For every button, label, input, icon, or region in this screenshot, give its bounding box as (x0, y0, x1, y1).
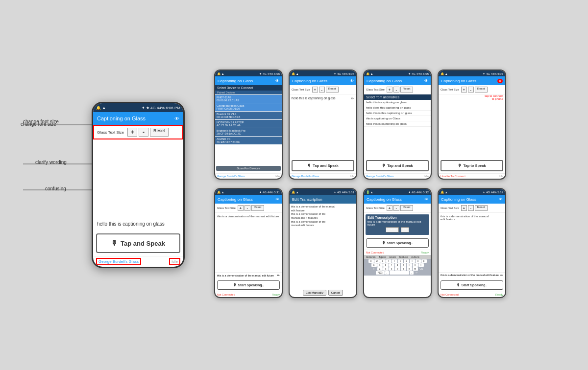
alt-4[interactable]: this is captioning on Glass (364, 116, 431, 121)
device-item-3[interactable]: BlueAnt D2 V1.100:1C:D8:5D:0A:1B (215, 112, 282, 119)
start-speaking-btn-1[interactable]: 🎙 Start Speaking.. (217, 280, 280, 290)
main-phone-screen: 🔔 ▲ ✦ ★ 4G 44% 6:06 PM Captioning on Gla… (93, 103, 183, 267)
minus-5[interactable]: - (245, 205, 250, 211)
phones-grid: 🔔 ▲ ✦ 4G 44% 6:06 Captioning on Glass 👁 … (214, 69, 506, 301)
alt-2[interactable]: hello does this captioning on glass (364, 105, 431, 111)
plus-3[interactable]: + (387, 87, 392, 92)
sb4: 🔔 ▲ ✦ 4G 44% 6:07 (439, 70, 505, 76)
speech-text-8: this is a demonstration of the manualedi… (439, 213, 505, 272)
tap-speak-label-2: Tap and Speak (313, 163, 338, 168)
sb7: 🔋 ▲ ✦ 4G 44% 5:32 (364, 189, 431, 195)
tap-to-connect-text: tap to connectto phone (439, 94, 505, 100)
pencil-8[interactable]: ✏ (500, 274, 503, 278)
plus-7[interactable]: + (387, 205, 392, 211)
phone-device-list: 🔔 ▲ ✦ 4G 44% 6:06 Captioning on Glass 👁 … (214, 69, 283, 180)
keyboard-area[interactable]: q w e r t y u i o p a s d (364, 259, 431, 276)
speech-footer-8: this is a demonstration of the manual ed… (439, 272, 505, 278)
reset-3[interactable]: Reset (400, 87, 413, 92)
reset-5[interactable]: Reset (251, 205, 264, 211)
speech-text-5: this is a demonstration of the manual ed… (215, 213, 282, 272)
ah8: Captioning on Glass 👁 (439, 195, 505, 204)
mic-icon-3: 🎙 (382, 163, 386, 168)
app-title-large: Captioning on Glass (97, 116, 146, 121)
sf8: Not Connected Ready (439, 292, 505, 297)
tap-to-speak-btn[interactable]: 🎙 Tap to Speak (441, 160, 503, 171)
sb6: 🔔 ▲ ✦ 4G 44% 5:31 (290, 189, 356, 195)
phone-tap-to-speak: 🔔 ▲ ✦ 4G 44% 6:07 Captioning on Glass ✕ … (438, 69, 506, 180)
tap-speak-btn-2[interactable]: 🎙 Tap and Speak (292, 160, 354, 171)
fc4: Glass Text Size + - Reset (439, 85, 505, 94)
phone-device-list-screen: 🔔 ▲ ✦ 4G 44% 6:06 Captioning on Glass 👁 … (215, 70, 282, 179)
speech-text-large: hello this is captioning on glass (93, 139, 183, 231)
device-item-5[interactable]: Brighton's MacBook Pro28:CF:E9:1A:DC:2C (215, 128, 282, 136)
alt-1[interactable]: hello this is captioning on glass (364, 100, 431, 105)
suggestions-row: textures figure soure feature culture (364, 255, 431, 259)
alternatives-list: hello this is captioning on glass hello … (364, 100, 431, 158)
annotation-change-font-size: change font size (21, 121, 56, 127)
scan-btn-area: Scan For Devices (215, 163, 282, 173)
edit-manually-btn[interactable]: Edit Manually (303, 290, 326, 296)
minus-8[interactable]: - (468, 205, 474, 211)
plus-btn-large[interactable]: + (127, 128, 137, 137)
phone-start-speaking-1-screen: 🔔 ▲ ✦ 4G 44% 5:31 Captioning on Glass 👁 … (215, 189, 282, 297)
mic-5: 🎙 (233, 283, 237, 287)
reset-8[interactable]: Reset (475, 205, 488, 211)
start-speaking-label-2: Start Speaking.. (462, 283, 488, 287)
pencil-5[interactable]: ✏ (277, 274, 280, 278)
alt-5[interactable]: hello this is captioning on gloss (364, 121, 431, 127)
phone-tap-to-speak-screen: 🔔 ▲ ✦ 4G 44% 6:07 Captioning on Glass ✕ … (439, 70, 505, 179)
paired-devices-label: Paired Devices (215, 91, 282, 94)
device-item-1[interactable]: RNBT-31AE00:06:66:E2:31:AE (215, 95, 282, 103)
edit-panel-title-7: Edit Transcription (368, 216, 427, 219)
reset-2[interactable]: Reset (326, 87, 339, 92)
sb8: 🔔 ▲ ✦ 4G 44% 5:32 (439, 189, 505, 195)
device-item-2[interactable]: George Burdell's GlassF8:8F:CA:25:D1:26 (215, 103, 282, 111)
plus-5[interactable]: + (238, 205, 244, 211)
scan-btn[interactable]: Scan For Devices (216, 166, 281, 171)
tap-speak-btn-large[interactable]: 🎙 Tap and Speak (96, 233, 180, 253)
start-speaking-7[interactable]: 🎙 Start Speaking.. (366, 238, 429, 248)
ah5: Captioning on Glass 👁 (215, 195, 282, 204)
tap-to-speak-label: Tap to Speak (463, 163, 486, 168)
tap-speak-label-3: Tap and Speak (387, 163, 413, 168)
font-controls-large[interactable]: Glass Text Size + - Reset (93, 125, 183, 139)
minus-2[interactable]: - (319, 87, 325, 92)
reset-4[interactable]: Reset (475, 87, 488, 92)
keyboard-row-4: ?123 , . ↵ (365, 271, 430, 275)
phone-alternatives-screen: 🔔 ▲ ✦ 4G 44% 6:05 Captioning on Glass 👁 … (364, 70, 431, 179)
minus-4[interactable]: - (468, 87, 474, 92)
plus-8[interactable]: + (461, 205, 467, 211)
status-idle-large: Idle (169, 258, 180, 265)
mic-icon-2: 🎙 (307, 163, 311, 168)
sf1: George Burdell's Glass Idle (215, 173, 282, 179)
phone-edit-manually-screen: 🔔 ▲ ✦ 4G 44% 5:31 Edit Transcription thi… (290, 189, 356, 297)
alternatives-header: Select from alternatives (364, 94, 431, 100)
minus-7[interactable]: - (393, 205, 399, 211)
reset-7[interactable]: Reset (400, 205, 413, 211)
ah2: Captioning on Glass 👁 (290, 76, 356, 85)
minus-3[interactable]: - (393, 87, 399, 92)
tap-speak-btn-3[interactable]: 🎙 Tap and Speak (366, 160, 429, 171)
cancel-edit-btn[interactable]: Cancel (386, 227, 399, 232)
phone-tap-speak-edit: 🔔 ▲ ✦ 4G 44% 6:06 Captioning on Glass 👁 … (289, 69, 357, 180)
reset-btn-large[interactable]: Reset (150, 128, 169, 137)
alt-3[interactable]: hello this is this captioning on glass (364, 111, 431, 116)
plus-2[interactable]: + (312, 87, 318, 92)
start-speaking-btn-2[interactable]: 🎙 Start Speaking.. (441, 280, 503, 290)
minus-btn-large[interactable]: - (139, 128, 148, 137)
fc8: Glass Text Size + - Reset (439, 204, 505, 213)
sb1: 🔔 ▲ ✦ 4G 44% 6:06 (215, 70, 282, 76)
phone-start-speaking-2: 🔔 ▲ ✦ 4G 44% 5:32 Captioning on Glass 👁 … (438, 188, 506, 298)
plus-4[interactable]: + (461, 87, 467, 92)
pencil-icon-2[interactable]: ✏ (351, 96, 354, 101)
device-item-4[interactable]: NOTWORKS LAPTOPAC:72:89:AA:C8:A9 (215, 120, 282, 128)
start-speaking-label-1: Start Speaking.. (238, 283, 264, 287)
sb5: 🔔 ▲ ✦ 4G 44% 5:31 (215, 189, 282, 195)
device-item-6[interactable]: ANAND PC4C:EB:42:47:74:0C (215, 137, 282, 144)
keyboard-row-2: a s d f g h j k l (365, 263, 430, 267)
ok-edit-btn[interactable]: Ok (401, 227, 409, 232)
bottom-btns-6: Edit Manually Cancel (290, 288, 356, 297)
phone-edit-transcription-screen: 🔋 ▲ ✦ 4G 44% 5:32 Captioning on Glass 👁 … (364, 189, 431, 297)
cancel-btn-6[interactable]: Cancel (328, 290, 343, 296)
annotation-clarify-wording: clarify wording (35, 160, 67, 165)
